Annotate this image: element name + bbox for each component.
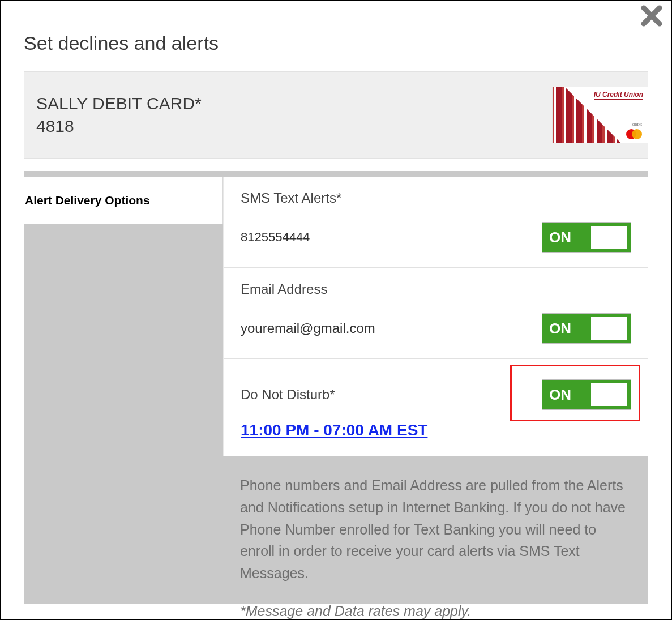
card-name-line2: 4818: [36, 117, 74, 135]
email-value: youremail@gmail.com: [241, 320, 375, 336]
dnd-toggle[interactable]: ON: [542, 379, 631, 410]
card-banner: SALLY DEBIT CARD* 4818 IU Credit Union d…: [24, 71, 648, 159]
notes-body: Phone numbers and Email Address are pull…: [240, 474, 631, 584]
card-name: SALLY DEBIT CARD* 4818: [36, 92, 202, 138]
email-toggle[interactable]: ON: [542, 313, 631, 344]
toggle-knob: [591, 226, 627, 249]
declines-alerts-modal: Set declines and alerts SALLY DEBIT CARD…: [0, 0, 672, 620]
tab-label: Alert Delivery Options: [24, 194, 150, 207]
mastercard-icon: [626, 129, 642, 139]
toggle-knob: [591, 383, 627, 406]
main-panel-area: SMS Text Alerts* 8125554444 ON Email Add…: [223, 173, 648, 604]
notes-block: Phone numbers and Email Address are pull…: [223, 456, 648, 620]
card-sublabel: debit: [632, 122, 642, 127]
tab-alert-delivery-options[interactable]: Alert Delivery Options: [24, 177, 223, 224]
sidebar: Alert Delivery Options: [24, 173, 223, 604]
email-label: Email Address: [241, 281, 631, 297]
sms-toggle-state: ON: [549, 229, 591, 246]
modal-title: Set declines and alerts: [1, 1, 671, 71]
sms-phone-value: 8125554444: [241, 230, 310, 245]
section-dnd: Do Not Disturb* ON 11:00 PM - 07:00 AM E…: [224, 359, 648, 456]
notes-fineprint: *Message and Data rates may apply.: [240, 600, 631, 620]
card-name-line1: SALLY DEBIT CARD*: [36, 94, 202, 113]
sms-toggle[interactable]: ON: [542, 222, 631, 253]
email-toggle-state: ON: [549, 320, 591, 337]
delivery-options-panel: SMS Text Alerts* 8125554444 ON Email Add…: [223, 177, 648, 456]
close-icon[interactable]: [640, 5, 663, 27]
card-art-icon: IU Credit Union debit: [552, 87, 648, 143]
dnd-toggle-state: ON: [549, 386, 591, 404]
toggle-knob: [591, 317, 627, 340]
section-sms: SMS Text Alerts* 8125554444 ON: [224, 177, 648, 268]
dnd-time-range-link[interactable]: 11:00 PM - 07:00 AM EST: [241, 421, 427, 439]
content-wrap: Alert Delivery Options SMS Text Alerts* …: [24, 173, 648, 604]
sms-label: SMS Text Alerts*: [241, 190, 631, 206]
section-email: Email Address youremail@gmail.com ON: [224, 268, 648, 359]
card-brand-label: IU Credit Union: [594, 91, 643, 100]
dnd-label: Do Not Disturb*: [241, 387, 335, 403]
